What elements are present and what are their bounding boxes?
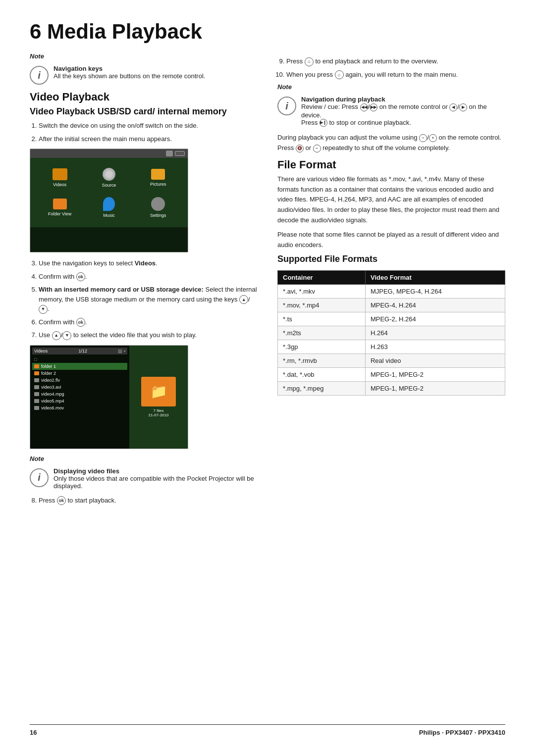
file-item-folder2: folder 2 [32, 370, 127, 377]
cell-container: *.dat, *.vob [278, 368, 366, 382]
right-column: Press ⌂ to end playback and return to th… [277, 52, 505, 714]
file-panel-right: 📁 7 files 21-07-2010 [129, 346, 188, 449]
step-8-list: Press ok to start playback. [30, 496, 258, 505]
two-column-layout: Note i Navigation keys All the keys show… [30, 52, 505, 714]
note-box-1: i Navigation keys All the keys shown are… [30, 65, 258, 85]
table-header-row: Container Video Format [278, 271, 505, 285]
file-format-title: File Format [277, 158, 505, 171]
table-row: *.3gpH.263 [278, 340, 505, 354]
rewind-btn: ◀◀ [360, 103, 368, 111]
menu-item-settings: Settings [134, 192, 183, 222]
ok-button-2: ok [76, 318, 85, 327]
cell-format: Real video [365, 354, 505, 368]
step-6: Confirm with ok. [39, 317, 258, 327]
note-box-3: i Navigation during playback Review / cu… [277, 96, 505, 127]
step-6-text: Confirm with ok. [39, 318, 87, 326]
folder-icon-1 [34, 364, 39, 368]
menu-item-music: Music [84, 192, 133, 222]
mute-btn: 🔇 [296, 145, 304, 152]
settings-icon [151, 197, 165, 211]
file-item-video5: video5.mp4 [32, 398, 127, 404]
file-count: 7 files [149, 408, 169, 413]
file-name-folder2: folder 2 [41, 371, 56, 376]
file-header-count: 1/12 [79, 349, 88, 353]
steps-list-left: Switch the device on using the on/off sw… [30, 121, 258, 144]
note-title-2: Displaying video files [54, 467, 119, 475]
menu-label-videos: Videos [53, 182, 66, 187]
step-2: After the initial screen the main menu a… [39, 134, 258, 144]
step-1-text: Switch the device on using the on/off sw… [39, 122, 198, 129]
home-btn: ⌂ [305, 57, 314, 66]
up-btn: ▲ [239, 295, 248, 304]
footer-page-number: 16 [30, 729, 37, 736]
video-icon-3 [34, 385, 39, 389]
table-head: Container Video Format [278, 271, 505, 285]
file-name-video2: video2.flv [41, 378, 60, 383]
step-4-text: Confirm with ok. [39, 273, 87, 280]
vol-minus-2: − [313, 145, 321, 152]
step-8-text: Press ok to start playback. [39, 497, 116, 504]
file-item-video3: video3.avi [32, 384, 127, 391]
file-format-intro: There are various video file formats as … [277, 174, 505, 226]
up-btn-2: ▲ [52, 331, 61, 340]
video-icon-6 [34, 406, 39, 410]
menu-label-music: Music [103, 213, 115, 218]
file-name-video6: video6.mov [41, 405, 64, 410]
pictures-icon [151, 169, 165, 180]
note-label-3: Note [277, 83, 505, 91]
menu-item-folder: Folder View [35, 192, 84, 222]
cell-format: H.264 [365, 326, 505, 340]
step-7-text: Use ▲/▼ to select the video file that yo… [39, 331, 197, 339]
col-header-video-format: Video Format [365, 271, 505, 285]
step-3-text: Use the navigation keys to select Videos… [39, 259, 158, 267]
screenshot-file-browser: Videos 1/12 ▤ ▪ □ folder 1 folder 2 [30, 345, 188, 449]
file-blank-icon: □ [34, 357, 37, 362]
table-row: *.rm, *.rmvbReal video [278, 354, 505, 368]
cell-container: *.ts [278, 312, 366, 326]
note-displaying-videos: Note i Displaying video files Only those… [30, 455, 258, 490]
screenshot-bottom-bar [30, 227, 188, 252]
step-5-bold: With an inserted memory card or USB stor… [39, 286, 204, 293]
file-header-icons: ▤ ▪ [118, 349, 125, 353]
note-title-3: Navigation during playback [301, 96, 385, 103]
file-list-panel: Videos 1/12 ▤ ▪ □ folder 1 folder 2 [30, 346, 129, 449]
note-label-1: Note [30, 52, 258, 60]
file-name-video5: video5.mp4 [41, 399, 64, 403]
source-icon [103, 168, 115, 181]
cell-container: *.3gp [278, 340, 366, 354]
note-text-1: All the keys shown are buttons on the re… [54, 72, 205, 80]
note-label-2: Note [30, 455, 258, 462]
page-title: 6 Media Playback [30, 20, 505, 44]
vol-minus: − [419, 134, 427, 142]
file-name-video4: video4.mpg [41, 392, 64, 397]
folder-icon-2 [34, 371, 39, 375]
videos-bold: Videos [135, 259, 156, 267]
step-10: When you press ⌂ again, you will return … [286, 70, 505, 80]
col-header-container: Container [278, 271, 366, 285]
volume-para: During playback you can adjust the volum… [277, 133, 505, 153]
note-box-2: i Displaying video files Only those vide… [30, 467, 258, 490]
step-2-text: After the initial screen the main menu a… [39, 135, 172, 143]
file-header-title: Videos [34, 349, 48, 353]
footer-brand: Philips · PPX3407 · PPX3410 [419, 729, 505, 736]
step-7: Use ▲/▼ to select the video file that yo… [39, 330, 258, 340]
menu-grid: Videos Source Pictures Folder View [30, 158, 188, 227]
cell-container: *.mpg, *.mpeg [278, 382, 366, 396]
page: 6 Media Playback Note i Navigation keys … [0, 0, 535, 756]
left-btn: ◀ [449, 103, 457, 111]
file-info: 7 files 21-07-2010 [149, 408, 169, 417]
table-body: *.avi, *.mkvMJPEG, MPEG-4, H.264*.mov, *… [278, 285, 505, 396]
screenshot-top-bar [30, 149, 188, 158]
menu-item-videos: Videos [35, 163, 84, 192]
cell-format: MPEG-4, H.264 [365, 299, 505, 312]
ok-button-1: ok [76, 272, 85, 281]
cell-format: MPEG-1, MPEG-2 [365, 382, 505, 396]
video-icon [53, 168, 67, 180]
video-icon-2 [34, 378, 39, 382]
file-list-header: Videos 1/12 ▤ ▪ [32, 348, 127, 354]
playpause-btn: ▶❙ [320, 119, 327, 127]
cell-container: *.avi, *.mkv [278, 285, 366, 299]
table-row: *.mpg, *.mpegMPEG-1, MPEG-2 [278, 382, 505, 396]
cell-format: MPEG-1, MPEG-2 [365, 368, 505, 382]
file-item-video2: video2.flv [32, 377, 127, 384]
